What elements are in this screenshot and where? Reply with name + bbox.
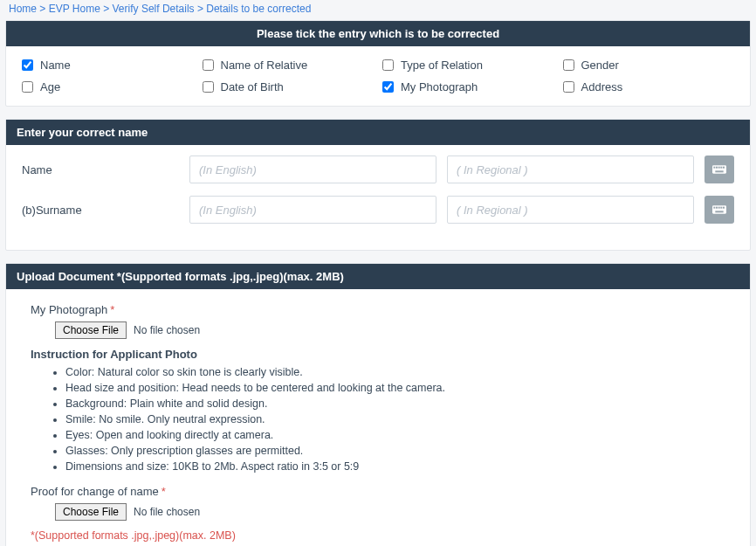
tick-label: Address: [581, 80, 623, 93]
svg-rect-9: [716, 207, 718, 209]
tick-item-my-photograph: My Photograph: [382, 80, 554, 93]
svg-rect-10: [718, 207, 720, 209]
breadcrumb-evp-home[interactable]: EVP Home: [49, 3, 100, 15]
tick-item-gender: Gender: [563, 59, 735, 72]
instruction-item: Eyes: Open and looking directly at camer…: [65, 429, 732, 441]
svg-rect-3: [718, 167, 720, 169]
svg-rect-2: [716, 167, 718, 169]
tick-item-date-of-birth: Date of Birth: [203, 80, 375, 93]
tick-checkbox-name[interactable]: [22, 59, 33, 71]
my-photograph-label: My Photograph*: [31, 303, 732, 316]
name-english-input-0[interactable]: [189, 156, 436, 183]
name-row-1: (b)Surname: [22, 196, 734, 224]
instruction-item: Head size and position: Head needs to be…: [65, 382, 732, 394]
file-status-proof: No file chosen: [134, 506, 200, 518]
tick-checkbox-age[interactable]: [22, 81, 33, 93]
svg-rect-12: [723, 207, 725, 209]
svg-rect-8: [713, 207, 715, 209]
keyboard-icon: [712, 205, 726, 214]
tick-item-name-of-relative: Name of Relative: [203, 59, 375, 72]
tick-checkbox-address[interactable]: [563, 81, 574, 93]
breadcrumb-home[interactable]: Home: [9, 3, 37, 15]
name-row-label: Name: [22, 163, 179, 176]
keyboard-icon-button-0[interactable]: [704, 156, 734, 183]
tick-label: Type of Relation: [401, 59, 483, 72]
name-regional-input-0[interactable]: [447, 156, 694, 183]
instruction-item: Color: Natural color so skin tone is cle…: [65, 366, 732, 378]
svg-rect-6: [715, 170, 723, 172]
correct-name-header: Enter your correct name: [6, 120, 750, 145]
tick-label: Age: [40, 80, 60, 93]
instruction-item: Dimensions and size: 10KB to 2Mb. Aspect…: [65, 460, 732, 473]
svg-rect-11: [720, 207, 722, 209]
instruction-heading: Instruction for Applicant Photo: [31, 348, 732, 361]
tick-checkbox-name-of-relative[interactable]: [203, 59, 214, 71]
keyboard-icon: [712, 165, 726, 174]
tick-checkbox-my-photograph[interactable]: [382, 81, 394, 93]
tick-label: Gender: [581, 59, 619, 72]
tick-item-name: Name: [22, 59, 194, 72]
tick-panel: Please tick the entry which is to be cor…: [5, 20, 751, 107]
tick-label: Name of Relative: [221, 59, 308, 72]
choose-file-proof-button[interactable]: Choose File: [55, 503, 127, 521]
choose-file-photo-button[interactable]: Choose File: [55, 321, 127, 339]
correct-name-panel: Enter your correct name Name(b)Surname: [5, 119, 751, 251]
instruction-item: Smile: No smile. Only neutral expression…: [65, 413, 732, 425]
svg-rect-1: [713, 167, 715, 169]
name-row-label: (b)Surname: [22, 204, 179, 217]
tick-label: My Photograph: [401, 80, 478, 93]
tick-checkbox-date-of-birth[interactable]: [203, 81, 214, 93]
upload-panel: Upload Document *(Supported formats .jpg…: [5, 263, 751, 546]
name-english-input-1[interactable]: [189, 196, 436, 224]
tick-label: Name: [40, 59, 71, 72]
tick-checkbox-type-of-relation[interactable]: [382, 59, 394, 71]
breadcrumb: Home > EVP Home > Verify Self Details > …: [5, 0, 751, 20]
keyboard-icon-button-1[interactable]: [704, 196, 734, 224]
name-row-0: Name: [22, 156, 734, 183]
instruction-item: Background: Plain white and solid design…: [65, 397, 732, 410]
instruction-item: Glasses: Only prescription glasses are p…: [65, 445, 732, 457]
tick-checkbox-gender[interactable]: [563, 59, 574, 71]
format-warning: *(Supported formats .jpg,.jpeg)(max. 2MB…: [31, 529, 732, 542]
proof-change-name-label: Proof for change of name*: [31, 485, 732, 498]
tick-item-type-of-relation: Type of Relation: [382, 59, 554, 72]
name-regional-input-1[interactable]: [447, 196, 694, 224]
tick-item-address: Address: [563, 80, 735, 93]
svg-rect-13: [715, 211, 723, 212]
breadcrumb-details[interactable]: Details to be corrected: [206, 3, 311, 15]
file-status-photo: No file chosen: [134, 324, 200, 336]
upload-header: Upload Document *(Supported formats .jpg…: [6, 264, 750, 289]
breadcrumb-verify-self[interactable]: Verify Self Details: [113, 3, 195, 15]
tick-item-age: Age: [22, 80, 194, 93]
svg-rect-4: [720, 167, 722, 169]
svg-rect-5: [723, 167, 725, 169]
tick-label: Date of Birth: [221, 80, 284, 93]
tick-panel-header: Please tick the entry which is to be cor…: [6, 21, 750, 46]
